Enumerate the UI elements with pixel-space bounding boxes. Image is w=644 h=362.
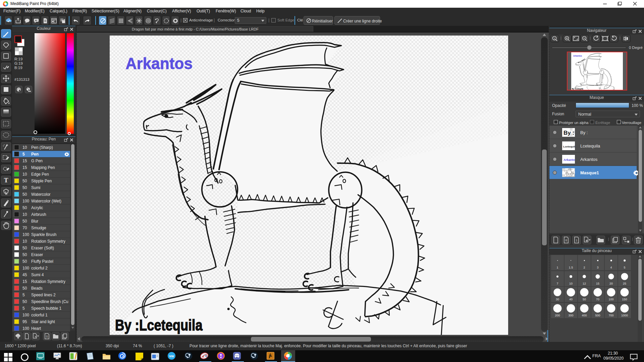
- svg-text:Arkantos: Arkantos: [125, 54, 193, 73]
- svg-text:Arkantos: Arkantos: [564, 158, 575, 162]
- svg-text:T: T: [4, 177, 8, 184]
- svg-text:By :Lcetequila: By :Lcetequila: [572, 87, 584, 90]
- svg-text:vw: vw: [169, 354, 174, 358]
- svg-text:S: S: [46, 335, 48, 338]
- svg-text:Arkantos: Arkantos: [573, 55, 582, 57]
- svg-text:8: 8: [565, 239, 567, 242]
- svg-text:By :Lcetequila: By :Lcetequila: [115, 316, 203, 334]
- svg-text:1: 1: [576, 239, 577, 242]
- svg-text:1: 1: [554, 37, 555, 40]
- svg-text:By :: By :: [564, 130, 574, 136]
- svg-text:Lcetequila: Lcetequila: [563, 145, 575, 148]
